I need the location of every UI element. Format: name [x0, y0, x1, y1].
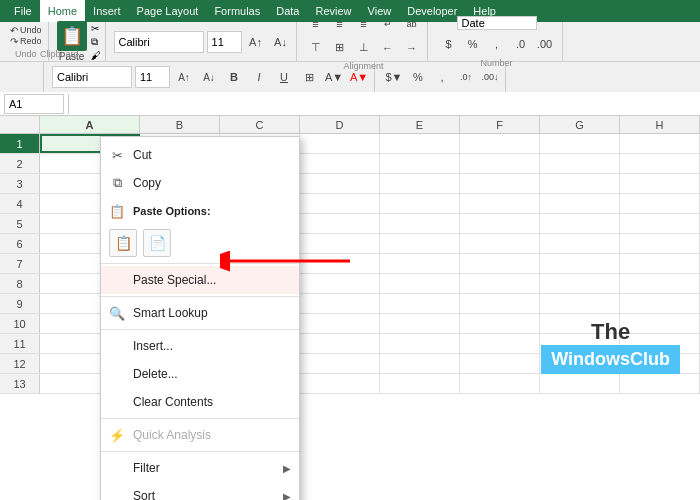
number-format-select[interactable]: Date [457, 16, 537, 30]
ctx-insert[interactable]: Insert... [101, 332, 299, 360]
italic-button[interactable]: I [248, 66, 270, 88]
cell-h12[interactable] [620, 354, 700, 373]
ctx-delete[interactable]: Delete... [101, 360, 299, 388]
underline-button[interactable]: U [273, 66, 295, 88]
row-header-7[interactable]: 7 [0, 254, 40, 273]
col-header-g[interactable]: G [540, 116, 620, 133]
cell-e3[interactable] [380, 174, 460, 193]
bold-button[interactable]: B [223, 66, 245, 88]
menu-home[interactable]: Home [40, 0, 85, 22]
menu-formulas[interactable]: Formulas [206, 0, 268, 22]
ctx-smart-lookup[interactable]: 🔍 Smart Lookup [101, 299, 299, 327]
cell-g1[interactable] [540, 134, 620, 153]
ctx-cut[interactable]: ✂ Cut [101, 141, 299, 169]
col-header-d[interactable]: D [300, 116, 380, 133]
col-header-a[interactable]: A [40, 116, 140, 133]
decimal-inc-button[interactable]: .0 [510, 33, 532, 55]
row-header-6[interactable]: 6 [0, 234, 40, 253]
undo-button[interactable]: ↶ Undo [10, 25, 42, 36]
row-header-4[interactable]: 4 [0, 194, 40, 213]
font-size-input[interactable]: 11 [207, 31, 242, 53]
cell-e2[interactable] [380, 154, 460, 173]
cell-h6[interactable] [620, 234, 700, 253]
cell-h10[interactable] [620, 314, 700, 333]
cell-f3[interactable] [460, 174, 540, 193]
redo-button[interactable]: ↷ Redo [10, 36, 42, 47]
wrap-text-button[interactable]: ↵ [377, 13, 399, 35]
cell-d13[interactable] [300, 374, 380, 393]
cell-e1[interactable] [380, 134, 460, 153]
cell-e9[interactable] [380, 294, 460, 313]
font-grow-button-2[interactable]: A↑ [173, 66, 195, 88]
currency-button[interactable]: $ [438, 33, 460, 55]
dec-inc-button[interactable]: .0↑ [455, 66, 477, 88]
cell-e5[interactable] [380, 214, 460, 233]
cell-e11[interactable] [380, 334, 460, 353]
cell-g8[interactable] [540, 274, 620, 293]
cell-f1[interactable] [460, 134, 540, 153]
row-header-1[interactable]: 1 [0, 134, 40, 153]
valign-bot-button[interactable]: ⊥ [353, 37, 375, 59]
col-header-f[interactable]: F [460, 116, 540, 133]
cell-g4[interactable] [540, 194, 620, 213]
align-left-button[interactable]: ≡ [305, 13, 327, 35]
cell-d2[interactable] [300, 154, 380, 173]
valign-top-button[interactable]: ⊤ [305, 37, 327, 59]
cell-d7[interactable] [300, 254, 380, 273]
cut-button[interactable]: ✂ [91, 23, 101, 34]
cell-e10[interactable] [380, 314, 460, 333]
menu-page-layout[interactable]: Page Layout [129, 0, 207, 22]
cell-h5[interactable] [620, 214, 700, 233]
copy-button[interactable]: ⧉ [91, 36, 101, 48]
font-shrink-button-2[interactable]: A↓ [198, 66, 220, 88]
paste-opt-1[interactable]: 📋 [109, 229, 137, 257]
cell-f12[interactable] [460, 354, 540, 373]
col-header-c[interactable]: C [220, 116, 300, 133]
col-header-e[interactable]: E [380, 116, 460, 133]
dec-dec-button[interactable]: .00↓ [479, 66, 501, 88]
cell-g12[interactable] [540, 354, 620, 373]
ctx-clear-contents[interactable]: Clear Contents [101, 388, 299, 416]
cell-f5[interactable] [460, 214, 540, 233]
cell-f7[interactable] [460, 254, 540, 273]
cell-f11[interactable] [460, 334, 540, 353]
cell-g13[interactable] [540, 374, 620, 393]
cell-e13[interactable] [380, 374, 460, 393]
cell-d10[interactable] [300, 314, 380, 333]
cell-f10[interactable] [460, 314, 540, 333]
indent-inc-button[interactable]: → [401, 37, 423, 59]
row-header-11[interactable]: 11 [0, 334, 40, 353]
comma-button-2[interactable]: , [431, 66, 453, 88]
cell-g3[interactable] [540, 174, 620, 193]
cell-g7[interactable] [540, 254, 620, 273]
cell-g6[interactable] [540, 234, 620, 253]
cell-g5[interactable] [540, 214, 620, 233]
cell-d11[interactable] [300, 334, 380, 353]
cell-h1[interactable] [620, 134, 700, 153]
cell-f4[interactable] [460, 194, 540, 213]
col-header-h[interactable]: H [620, 116, 700, 133]
cell-e12[interactable] [380, 354, 460, 373]
row-header-5[interactable]: 5 [0, 214, 40, 233]
cell-h2[interactable] [620, 154, 700, 173]
cell-h9[interactable] [620, 294, 700, 313]
percent-button[interactable]: % [462, 33, 484, 55]
cell-f6[interactable] [460, 234, 540, 253]
cell-f13[interactable] [460, 374, 540, 393]
menu-data[interactable]: Data [268, 0, 307, 22]
cell-e7[interactable] [380, 254, 460, 273]
cell-d9[interactable] [300, 294, 380, 313]
font-name-input-2[interactable]: Calibri [52, 66, 132, 88]
cell-d4[interactable] [300, 194, 380, 213]
format-painter-button[interactable]: 🖌 [91, 50, 101, 61]
ctx-sort[interactable]: Sort ▶ [101, 482, 299, 500]
merge-button[interactable]: ab [401, 13, 423, 35]
cell-g9[interactable] [540, 294, 620, 313]
align-right-button[interactable]: ≡ [353, 13, 375, 35]
cell-h7[interactable] [620, 254, 700, 273]
row-header-8[interactable]: 8 [0, 274, 40, 293]
font-shrink-button[interactable]: A↓ [270, 31, 292, 53]
comma-button[interactable]: , [486, 33, 508, 55]
row-header-2[interactable]: 2 [0, 154, 40, 173]
cell-d6[interactable] [300, 234, 380, 253]
